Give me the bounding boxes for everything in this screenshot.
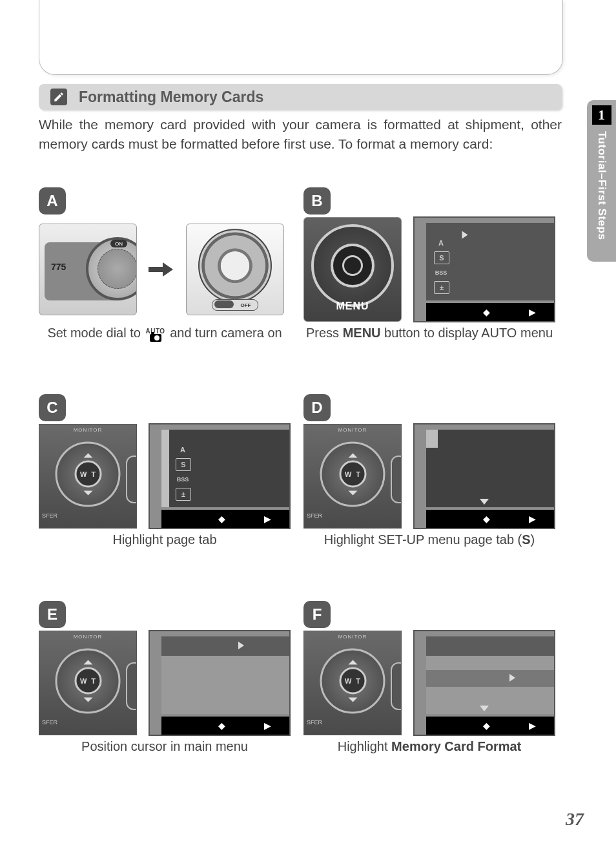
menu-icon-a: A [176, 444, 190, 456]
dpad-up-icon [348, 448, 357, 457]
side-button-icon [391, 456, 402, 503]
dpad-t-label: T [91, 470, 96, 478]
info-box-top [39, 0, 563, 75]
step-f: F MONITOR W T SFER [297, 594, 562, 801]
dpad-up-icon [348, 655, 357, 664]
nav-updown-icon: ◆ [483, 514, 490, 524]
cursor-down-icon [480, 499, 489, 505]
menu-header-band [426, 636, 554, 656]
monitor-label: MONITOR [338, 427, 367, 433]
diagram-multi-selector: MONITOR W T SFER [303, 631, 402, 735]
camera-model-label: 775 [51, 262, 66, 272]
nav-right-icon: ▶ [529, 307, 536, 317]
menu-icon-s: S [176, 458, 191, 471]
caption-c: Highlight page tab [39, 531, 291, 549]
menu-icon-s: S [434, 251, 449, 264]
dpad-t-label: T [91, 677, 96, 685]
diagram-format-option-screen: ◆ ▶ [413, 630, 555, 736]
step-label-d: D [303, 394, 331, 421]
menu-icon-ev: ± [434, 281, 449, 294]
nav-right-icon: ▶ [264, 514, 271, 524]
menu-icon-ev: ± [176, 488, 191, 501]
sfer-label: SFER [42, 512, 57, 519]
power-switch: ON OFF [212, 299, 258, 311]
step-c: C MONITOR W T SFER [32, 388, 297, 594]
menu-icon-a: A [434, 237, 448, 249]
diagram-page-tab-screen: A S BSS ± ◆ ▶ [149, 423, 291, 529]
section-header: Formatting Memory Cards [39, 84, 562, 110]
diagram-menu-button: MENU [303, 217, 402, 322]
dpad-w-label: W [80, 470, 87, 478]
menu-button-label: MENU [336, 300, 369, 312]
dpad-down-icon [348, 490, 357, 499]
cursor-down-icon [480, 706, 489, 711]
menu-icon-column: A S BSS ± [176, 444, 191, 501]
cursor-right-icon [462, 231, 468, 239]
auto-mode-icon: AUTO [145, 329, 165, 342]
section-title: Formatting Memory Cards [79, 89, 263, 106]
sfer-label: SFER [307, 512, 322, 519]
on-indicator: ON [110, 240, 127, 247]
caption-d: Highlight SET-UP menu page tab (S) [303, 531, 555, 549]
step-b: B MENU A S BSS ± ◆ [297, 181, 562, 388]
diagram-multi-selector: MONITOR W T SFER [303, 424, 402, 529]
cursor-right-icon [238, 642, 244, 649]
dpad-w-label: W [345, 470, 351, 478]
diagram-multi-selector: MONITOR W T SFER [39, 424, 137, 529]
monitor-label: MONITOR [74, 427, 103, 433]
nav-updown-icon: ◆ [218, 514, 225, 524]
dpad-t-label: T [356, 470, 360, 478]
step-label-b: B [303, 187, 331, 215]
nav-right-icon: ▶ [529, 514, 536, 524]
nav-updown-icon: ◆ [218, 720, 225, 731]
cursor-right-icon [509, 674, 515, 682]
highlighted-tab [161, 430, 169, 507]
highlighted-menu-row [426, 670, 554, 687]
menu-icon-bss: BSS [434, 267, 448, 278]
nav-updown-icon: ◆ [483, 307, 490, 317]
dpad-down-icon [83, 697, 92, 706]
page-number: 37 [566, 809, 584, 830]
arrow-right-icon [149, 263, 174, 276]
monitor-label: MONITOR [338, 634, 367, 640]
dpad-up-icon [83, 655, 92, 664]
dpad-up-icon [83, 448, 92, 457]
caption-e: Position cursor in main menu [39, 738, 291, 755]
nav-right-icon: ▶ [264, 720, 271, 731]
side-button-icon [126, 662, 137, 710]
caption-f: Highlight Memory Card Format [303, 738, 555, 755]
diagram-mode-dial: 775 ON [39, 224, 137, 315]
dpad-w-label: W [80, 677, 87, 685]
step-a: A 775 ON ON OFF [32, 181, 297, 388]
chapter-number: 1 [592, 105, 611, 125]
dpad-down-icon [348, 697, 357, 706]
nav-right-icon: ▶ [529, 720, 536, 731]
intro-paragraph: While the memory card provided with your… [39, 115, 562, 154]
step-label-a: A [39, 187, 66, 215]
dpad-t-label: T [356, 677, 360, 685]
menu-icon-column: A S BSS ± [434, 237, 449, 294]
switch-off-label: OFF [241, 302, 251, 308]
step-d: D MONITOR W T SFER [297, 388, 562, 594]
highlighted-setup-tab [426, 430, 438, 448]
nav-updown-icon: ◆ [483, 720, 490, 731]
pencil-icon [50, 89, 67, 105]
step-label-e: E [39, 601, 66, 628]
diagram-setup-tab-screen: ◆ ▶ [413, 423, 555, 529]
monitor-label: MONITOR [74, 634, 103, 640]
menu-icon-bss: BSS [176, 474, 190, 485]
diagram-auto-menu-screen: A S BSS ± ◆ ▶ [413, 216, 555, 322]
step-e: E MONITOR W T SFER [32, 594, 297, 801]
menu-header-band [161, 636, 289, 656]
chapter-title: Tutorial–First Steps [595, 131, 608, 240]
caption-b: Press MENU button to display AUTO menu [303, 324, 555, 342]
steps-grid: A 775 ON ON OFF [32, 181, 562, 801]
dpad-down-icon [83, 490, 92, 499]
side-button-icon [391, 662, 402, 710]
diagram-main-menu-screen: ◆ ▶ [149, 630, 291, 736]
diagram-multi-selector: MONITOR W T SFER [39, 631, 137, 735]
caption-a: Set mode dial to AUTO and turn camera on [39, 324, 291, 342]
step-label-f: F [303, 601, 331, 628]
step-label-c: C [39, 394, 66, 421]
chapter-tab: 1 Tutorial–First Steps [587, 100, 616, 262]
